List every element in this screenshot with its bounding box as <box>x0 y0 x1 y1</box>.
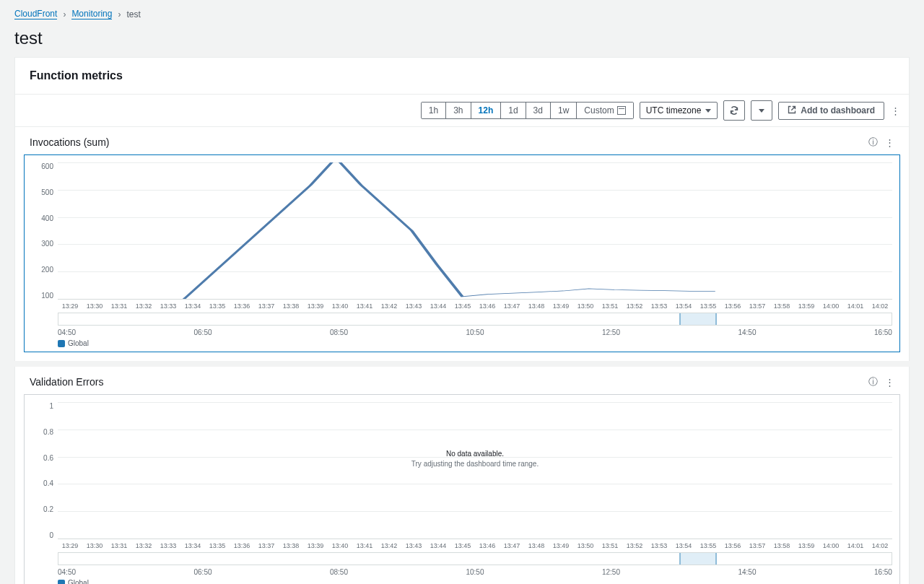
legend: Global <box>29 336 892 347</box>
legend-label: Global <box>68 579 89 584</box>
breadcrumb-mid-link[interactable]: Monitoring <box>71 9 112 19</box>
x-axis-minutes: 13:2913:3013:3113:3213:3313:3413:3513:36… <box>29 300 892 311</box>
section-header: Function metrics <box>15 58 909 95</box>
external-link-icon <box>788 105 796 116</box>
x-axis-hours: 04:5006:5008:5010:5012:5014:5016:50 <box>29 567 892 576</box>
legend-swatch <box>58 580 65 585</box>
range-12h[interactable]: 12h <box>471 103 502 118</box>
chevron-right-icon: › <box>63 9 66 19</box>
breadcrumb-root-link[interactable]: CloudFront <box>14 9 57 19</box>
time-brush[interactable] <box>58 552 892 565</box>
brush-selection[interactable] <box>679 553 717 565</box>
chevron-down-icon <box>705 109 711 113</box>
chevron-down-icon <box>759 109 764 113</box>
custom-label: Custom <box>584 105 614 116</box>
range-1h[interactable]: 1h <box>422 103 446 118</box>
time-brush[interactable] <box>58 313 892 326</box>
chart-box[interactable]: 600500400300200100 13:2913:3013:3113:321… <box>24 154 900 352</box>
timezone-select[interactable]: UTC timezone <box>640 102 718 119</box>
legend-label: Global <box>68 339 89 347</box>
calendar-icon <box>617 106 626 115</box>
y-axis: 10.80.60.40.20 <box>29 402 58 539</box>
info-icon[interactable]: ⓘ <box>868 136 878 149</box>
range-3h[interactable]: 3h <box>446 103 471 118</box>
range-1w[interactable]: 1w <box>551 103 577 118</box>
breadcrumb: CloudFront › Monitoring › test <box>0 0 924 25</box>
range-custom[interactable]: Custom <box>577 103 632 118</box>
time-range-group: 1h 3h 12h 1d 3d 1w Custom <box>421 102 634 119</box>
chart-menu-icon[interactable]: ⋮ <box>885 137 894 148</box>
add-to-dashboard-button[interactable]: Add to dashboard <box>778 102 884 120</box>
no-data-message: No data available. Try adjusting the das… <box>411 449 539 469</box>
info-icon[interactable]: ⓘ <box>868 375 878 388</box>
chart-title: Invocations (sum) <box>30 136 109 148</box>
legend: Global <box>29 576 892 584</box>
plot-area[interactable] <box>58 162 892 300</box>
chart-card-invocations: Invocations (sum) ⓘ ⋮ 600500400300200100 <box>15 127 909 361</box>
range-1d[interactable]: 1d <box>501 103 526 118</box>
refresh-button[interactable] <box>723 100 745 121</box>
chart-title: Validation Errors <box>30 376 103 388</box>
y-axis: 600500400300200100 <box>29 162 58 300</box>
page-title: test <box>0 25 924 57</box>
brush-selection[interactable] <box>679 313 717 325</box>
timezone-label: UTC timezone <box>646 105 702 116</box>
toolbar-menu-icon[interactable]: ⋮ <box>890 103 900 119</box>
refresh-options-button[interactable] <box>751 100 772 121</box>
range-3d[interactable]: 3d <box>526 103 551 118</box>
metrics-toolbar: 1h 3h 12h 1d 3d 1w Custom UTC timezone A… <box>15 95 909 127</box>
line-chart <box>58 162 892 299</box>
chevron-right-icon: › <box>118 9 121 19</box>
plot-area[interactable]: No data available. Try adjusting the das… <box>58 402 892 539</box>
x-axis-minutes: 13:2913:3013:3113:3213:3313:3413:3513:36… <box>29 539 892 551</box>
x-axis-hours: 04:5006:5008:5010:5012:5014:5016:50 <box>29 327 892 336</box>
metrics-container: Function metrics 1h 3h 12h 1d 3d 1w Cust… <box>14 57 910 584</box>
add-dashboard-label: Add to dashboard <box>801 105 875 116</box>
chart-box[interactable]: 10.80.60.40.20 No data available. Try ad… <box>24 394 900 584</box>
breadcrumb-current: test <box>126 9 140 19</box>
legend-swatch <box>58 340 65 347</box>
chart-card-validation-errors: Validation Errors ⓘ ⋮ 10.80.60.40.20 No … <box>15 367 909 584</box>
chart-menu-icon[interactable]: ⋮ <box>885 377 894 388</box>
